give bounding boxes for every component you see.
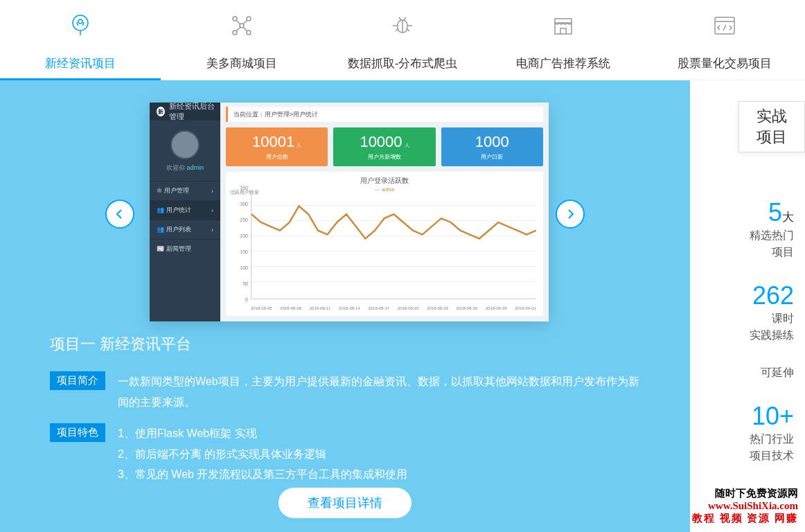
project-intro: 一款新闻类型的Web项目，主要为用户提供最新的金融资讯、数据，以抓取其他网站数据… bbox=[118, 371, 640, 412]
tab-label: 新经资讯项目 bbox=[45, 55, 116, 71]
svg-rect-9 bbox=[715, 17, 734, 34]
dashboard-main: 当前位置：用户管理>用户统计 10001人 用户总数 10000人 用户月新增数… bbox=[220, 103, 549, 321]
shop-icon bbox=[548, 8, 578, 43]
svg-point-0 bbox=[73, 15, 88, 30]
tag-intro: 项目简介 bbox=[50, 371, 105, 390]
sidebar-item-news: 📰 新闻管理 bbox=[150, 239, 220, 258]
sidebar-item-users: ♔ 用户管理› bbox=[150, 181, 220, 200]
tab-ads[interactable]: 电商广告推荐系统 bbox=[483, 0, 644, 80]
chart-x-ticks: 2018-08-052018-08-082018-08-112018-08-14… bbox=[251, 306, 536, 310]
brain-icon bbox=[65, 8, 96, 43]
stat-day: 1000 用户日新 bbox=[441, 127, 543, 166]
svg-point-1 bbox=[78, 19, 82, 24]
dashboard-screenshot: 新 新经资讯后台管理 欢迎你 admin ♔ 用户管理› 👥 用户统计› 👥 用… bbox=[150, 103, 549, 321]
chart-line-svg bbox=[251, 190, 536, 321]
tab-label: 数据抓取-分布式爬虫 bbox=[348, 55, 458, 71]
stat-projects: 5大 精选热门 项目 bbox=[690, 198, 794, 260]
carousel-stage: 新 新经资讯后台管理 欢迎你 admin ♔ 用户管理› 👥 用户统计› 👥 用… bbox=[0, 80, 690, 532]
project-title: 项目一 新经资讯平台 bbox=[50, 334, 640, 355]
tab-label: 股票量化交易项目 bbox=[678, 55, 772, 71]
tabs-nav: 新经资讯项目 美多商城项目 数据抓取-分布式爬虫 电商广告推荐系统 股票量化交易… bbox=[0, 0, 805, 80]
watermark: 随时下免费资源网 www.SuiShiXia.com 教程 视频 资源 网赚 bbox=[692, 487, 798, 525]
breadcrumb: 当前位置：用户管理>用户统计 bbox=[226, 107, 543, 122]
dashboard-sidebar: 新 新经资讯后台管理 欢迎你 admin ♔ 用户管理› 👥 用户统计› 👥 用… bbox=[150, 103, 220, 321]
project-info: 项目一 新经资讯平台 项目简介 一款新闻类型的Web项目，主要为用户提供最新的金… bbox=[50, 334, 640, 496]
code-icon bbox=[709, 8, 740, 43]
carousel-next-button[interactable] bbox=[556, 200, 585, 229]
project-features: 1、使用Flask Web框架 实现 2、前后端不分离 的形式实现具体业务逻辑 … bbox=[118, 423, 407, 485]
avatar bbox=[170, 130, 200, 159]
stat-extend: 可延伸 bbox=[690, 364, 794, 381]
stat-industries: 10+ 热门行业 项目技术 bbox=[690, 402, 794, 464]
chart-plot bbox=[251, 190, 536, 299]
chart-y-ticks: 350 300 250 200 150 100 50 0 bbox=[230, 186, 248, 299]
stat-month: 10000人 用户月新增数 bbox=[333, 127, 435, 166]
tab-stock[interactable]: 股票量化交易项目 bbox=[644, 0, 805, 80]
stat-hours: 262 课时 实践操练 bbox=[690, 281, 794, 344]
chart-title: 用户登录活跃数 bbox=[233, 176, 536, 186]
view-detail-button[interactable]: 查看项目详情 bbox=[278, 488, 412, 518]
stat-total: 10001人 用户总数 bbox=[226, 127, 328, 166]
carousel-prev-button[interactable] bbox=[105, 200, 134, 229]
bug-icon bbox=[387, 8, 418, 43]
tab-mall[interactable]: 美多商城项目 bbox=[161, 0, 321, 80]
dashboard-title: 新经资讯后台管理 bbox=[169, 103, 220, 122]
network-icon bbox=[227, 8, 257, 43]
tab-label: 电商广告推荐系统 bbox=[516, 55, 610, 71]
badge-title: 实战 项目 bbox=[738, 101, 805, 152]
sidebar-item-stats: 👥 用户统计› bbox=[150, 200, 220, 220]
tab-label: 美多商城项目 bbox=[206, 55, 277, 71]
welcome-text: 欢迎你 admin bbox=[150, 163, 220, 172]
right-sidebar: 实战 项目 5大 精选热门 项目 262 课时 实践操练 可延伸 10+ 热门行… bbox=[690, 80, 805, 485]
sidebar-item-list: 👥 用户列表› bbox=[150, 220, 220, 239]
tab-crawler[interactable]: 数据抓取-分布式爬虫 bbox=[322, 0, 483, 80]
dashboard-title-bar: 新 新经资讯后台管理 bbox=[150, 103, 220, 121]
stats-row: 10001人 用户总数 10000人 用户月新增数 1000 用户日新 bbox=[220, 122, 549, 172]
activity-chart: 用户登录活跃数 -○- active 活跃用户数量 350 300 250 20… bbox=[226, 172, 543, 316]
tab-news[interactable]: 新经资讯项目 bbox=[0, 0, 161, 80]
tag-feature: 项目特色 bbox=[50, 423, 105, 442]
logo-icon: 新 bbox=[157, 107, 165, 116]
